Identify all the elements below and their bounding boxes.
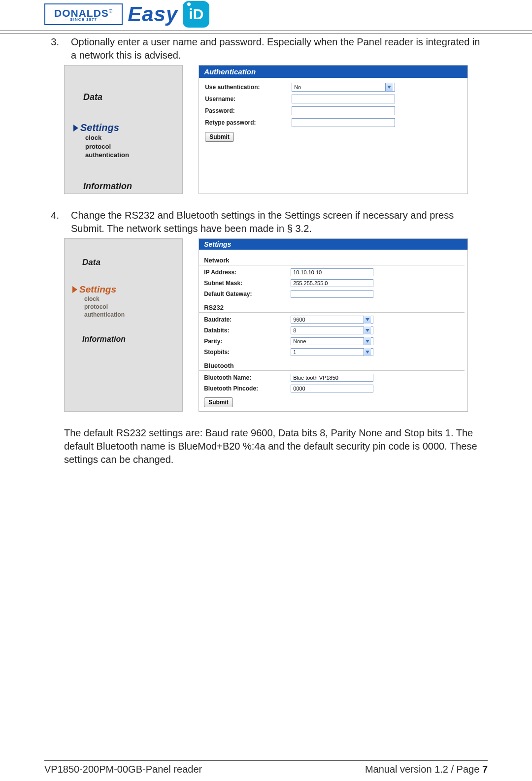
baud-select[interactable]: 9600 — [291, 316, 373, 324]
retype-password-field[interactable] — [292, 118, 395, 127]
page-content: 3. Optionally enter a user name and pass… — [0, 33, 532, 466]
subnet-field[interactable] — [291, 279, 373, 287]
sidebar-sub-protocol[interactable]: protocol — [85, 142, 182, 151]
footer-left: VP1850-200PM-00GB-Panel reader — [44, 764, 202, 775]
chevron-down-icon — [385, 83, 393, 91]
sidebar-sub-authentication[interactable]: authentication — [84, 311, 182, 319]
chevron-down-icon — [364, 326, 371, 334]
sidebar-item-information[interactable]: Information — [82, 335, 182, 344]
sidebar-item-settings[interactable]: Settings — [73, 122, 182, 133]
page-header: DONALDS® — SINCE 1877 — Easy iD — [0, 0, 532, 28]
step-3-text: Optionally enter a user name and passwor… — [71, 35, 488, 62]
step-4-number: 4. — [44, 209, 59, 235]
sidebar-screenshot-2: Data Settings clock protocol authenticat… — [64, 238, 183, 412]
authentication-panel: Authentication Use authentication: No Us… — [199, 65, 468, 194]
footer-rule — [44, 760, 488, 761]
chevron-right-icon — [72, 286, 77, 293]
bt-name-field[interactable] — [291, 374, 373, 382]
step-4: 4. Change the RS232 and Bluetooth settin… — [44, 209, 488, 235]
panel-title: Settings — [199, 239, 467, 250]
sidebar-sub-clock[interactable]: clock — [85, 133, 182, 142]
label-password: Password: — [200, 107, 292, 114]
logo-donalds: DONALDS® — SINCE 1877 — — [44, 3, 123, 25]
stopbits-select[interactable]: 1 — [291, 348, 373, 356]
sidebar-item-information[interactable]: Information — [83, 181, 182, 192]
label-use-auth: Use authentication: — [200, 84, 292, 91]
ip-field[interactable] — [291, 268, 373, 276]
footer-right: Manual version 1.2 / Page 7 — [365, 764, 488, 775]
parity-select[interactable]: None — [291, 337, 373, 345]
sidebar-sub-authentication[interactable]: authentication — [85, 151, 182, 160]
databits-select[interactable]: 8 — [291, 326, 373, 334]
chevron-right-icon — [73, 125, 78, 131]
label-retype-password: Retype password: — [200, 119, 292, 126]
chevron-down-icon — [364, 316, 371, 324]
step-4-text: Change the RS232 and Bluetooth settings … — [71, 209, 488, 235]
chevron-down-icon — [364, 348, 371, 356]
section-bluetooth: Bluetooth — [199, 359, 465, 371]
page-number: 7 — [482, 764, 488, 775]
logo: DONALDS® — SINCE 1877 — Easy iD — [44, 1, 532, 28]
logo-id-icon: iD — [183, 1, 209, 28]
step-3: 3. Optionally enter a user name and pass… — [44, 35, 488, 62]
label-baud: Baudrate: — [199, 316, 291, 323]
select-use-auth[interactable]: No — [292, 83, 395, 92]
label-bt-pin: Bluetooth Pincode: — [199, 385, 291, 392]
sidebar-sub-protocol[interactable]: protocol — [84, 303, 182, 311]
username-field[interactable] — [292, 95, 395, 103]
logo-easy: Easy — [128, 2, 178, 26]
password-field[interactable] — [292, 106, 395, 115]
bt-pin-field[interactable] — [291, 385, 373, 392]
settings-panel: Settings Network IP Address: Subnet Mask… — [199, 238, 468, 412]
label-subnet: Subnet Mask: — [199, 280, 291, 287]
section-network: Network — [199, 254, 465, 265]
gateway-field[interactable] — [291, 290, 373, 298]
section-rs232: RS232 — [199, 301, 465, 313]
chevron-down-icon — [364, 337, 371, 345]
sidebar-item-data[interactable]: Data — [83, 92, 182, 102]
label-stopbits: Stopbits: — [199, 349, 291, 356]
screenshot-row-2: Data Settings clock protocol authenticat… — [64, 238, 468, 412]
label-ip: IP Address: — [199, 269, 291, 276]
step-3-number: 3. — [44, 35, 59, 62]
label-gateway: Default Gateway: — [199, 291, 291, 297]
panel-title: Authentication — [199, 65, 467, 78]
label-databits: Databits: — [199, 327, 291, 334]
page-footer: VP1850-200PM-00GB-Panel reader Manual ve… — [0, 760, 532, 775]
sidebar-screenshot-1: Data Settings clock protocol authenticat… — [64, 65, 183, 194]
screenshot-row-1: Data Settings clock protocol authenticat… — [64, 65, 468, 194]
label-username: Username: — [200, 96, 292, 102]
closing-paragraph: The default RS232 settings are: Baud rat… — [64, 426, 488, 466]
sidebar-item-data[interactable]: Data — [82, 258, 182, 267]
submit-button[interactable]: Submit — [204, 397, 233, 407]
sidebar-item-settings[interactable]: Settings — [72, 284, 182, 295]
header-rule-1 — [0, 31, 532, 31]
sidebar-sub-clock[interactable]: clock — [84, 295, 182, 303]
label-parity: Parity: — [199, 338, 291, 345]
submit-button[interactable]: Submit — [205, 132, 234, 142]
label-bt-name: Bluetooth Name: — [199, 374, 291, 381]
